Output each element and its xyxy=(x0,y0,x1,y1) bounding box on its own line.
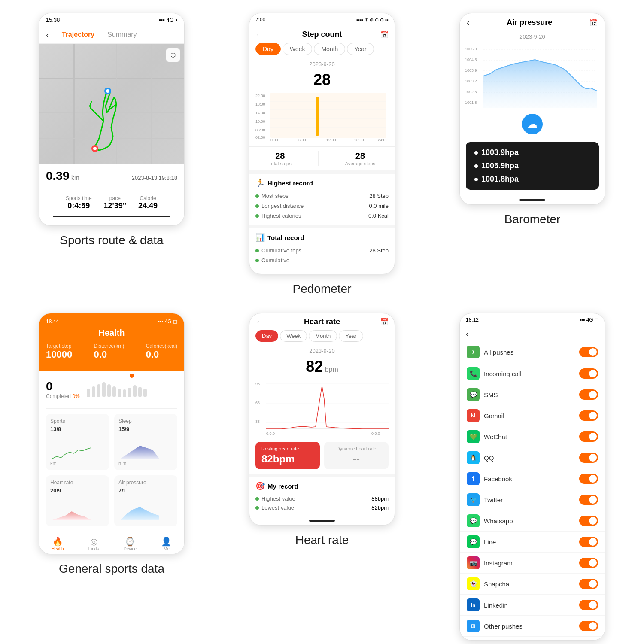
baro-dot-1 xyxy=(474,151,478,155)
dynamic-val: -- xyxy=(330,453,383,465)
msg-signal: ▪▪▪ 4G ◻ xyxy=(580,317,599,323)
qq-label: QQ xyxy=(484,454,494,462)
nav-health[interactable]: 🔥 Health xyxy=(52,536,64,551)
most-steps-row: Most steps 28 Step xyxy=(255,191,389,201)
baro-dot-3 xyxy=(474,178,478,181)
calendar-icon-baro[interactable]: 📅 xyxy=(589,18,598,27)
other-pushes-row: ⊞ Other pushes xyxy=(460,616,605,637)
progress-text: Completed 0% xyxy=(46,393,80,399)
hr-tab-year[interactable]: Year xyxy=(339,330,363,342)
hr-bpm-unit: bpm xyxy=(325,366,338,373)
pedo-date: 2023-9-20 xyxy=(249,59,395,69)
twitter-label: Twitter xyxy=(484,496,503,504)
all-pushes-toggle[interactable] xyxy=(579,347,598,357)
cumulative-steps-row: Cumulative teps 28 Step xyxy=(255,246,389,255)
linkedin-toggle[interactable] xyxy=(579,600,598,610)
svg-text:0:0:0: 0:0:0 xyxy=(371,431,380,436)
nav-device[interactable]: ⌚ Device xyxy=(124,536,137,551)
pedo-tab-week[interactable]: Week xyxy=(283,43,313,55)
back-icon[interactable]: ‹ xyxy=(46,30,49,40)
wechat-toggle[interactable] xyxy=(579,431,598,442)
highest-val: 88bpm xyxy=(371,495,389,502)
health-body: 0 Completed 0% xyxy=(39,371,184,532)
line-row: 💬 Line xyxy=(460,532,605,553)
health-header: 18.44 ▪▪▪ 4G ◻ Health Target step 10000 … xyxy=(39,313,184,371)
whatsapp-icon: 💬 xyxy=(467,514,480,527)
sports-route-label: Sports route & data xyxy=(60,234,163,247)
distance-row: 0.39 km 2023-8-13 19:8:18 xyxy=(39,164,184,185)
all-pushes-label: All pushes xyxy=(484,349,513,356)
heart-rate-card: Heart rate 20/9 xyxy=(46,475,109,526)
svg-point-7 xyxy=(93,147,97,150)
pedo-icons: ▪▪▪▪ ⊕ ⊗ ⊕ ⊕ ▪▪ xyxy=(356,17,389,23)
pedo-tab-month[interactable]: Month xyxy=(314,43,345,55)
hr-tab-week[interactable]: Week xyxy=(280,330,307,342)
phone5-frame: ‹ Air pressure 📅 2023-9-20 1005.9 1004.5… xyxy=(459,13,605,205)
lowest-val: 82bpm xyxy=(371,504,389,511)
baro-y2: 1004.5 xyxy=(465,58,477,62)
wechat-icon: 💚 xyxy=(467,430,480,443)
sms-label: SMS xyxy=(484,391,498,398)
baro-legend-2: 1005.9hpa xyxy=(474,161,590,170)
health-status-bar: 18.44 ▪▪▪ 4G ◻ xyxy=(46,319,177,325)
pace-stat: pace 12'39'' xyxy=(103,195,126,210)
resting-label: Resting heart rate xyxy=(261,446,314,451)
sms-toggle[interactable] xyxy=(579,389,598,400)
barometer-label: Barometer xyxy=(504,213,561,226)
pedo-tab-year[interactable]: Year xyxy=(347,43,374,55)
pedo-tab-day[interactable]: Day xyxy=(255,43,281,55)
incoming-call-row: 📞 Incoming call xyxy=(460,363,605,384)
whatsapp-toggle[interactable] xyxy=(579,516,598,526)
hr-tab-month[interactable]: Month xyxy=(309,330,337,342)
back-icon-pedo[interactable]: ← xyxy=(255,30,264,39)
msg-back-button[interactable]: ‹ xyxy=(460,326,605,341)
hr-date: 2023-9-20 xyxy=(249,346,395,356)
instagram-toggle[interactable] xyxy=(579,558,598,568)
share-button[interactable]: ⬡ xyxy=(166,48,180,62)
progress-bars xyxy=(87,376,147,397)
health-label: General sports data xyxy=(59,562,164,576)
route-date: 2023-8-13 19:8:18 xyxy=(132,175,177,181)
map-area: ⬡ xyxy=(39,44,184,164)
qq-toggle[interactable] xyxy=(579,453,598,463)
barometer-section: ‹ Air pressure 📅 2023-9-20 1005.9 1004.5… xyxy=(438,13,627,296)
hr-bpm: 82 bpm xyxy=(249,356,395,377)
other-pushes-label: Other pushes xyxy=(484,623,522,630)
line-toggle[interactable] xyxy=(579,537,598,547)
snapchat-toggle[interactable] xyxy=(579,579,598,589)
pedo-chart: 22:00 18:00 14:00 10:00 06:00 02:00 xyxy=(249,91,395,146)
sms-row: 💬 SMS xyxy=(460,384,605,405)
incoming-call-toggle[interactable] xyxy=(579,368,598,379)
svg-rect-4 xyxy=(151,44,152,164)
instagram-icon: 📷 xyxy=(467,556,480,569)
avg-steps-stat: 28 Average steps xyxy=(345,151,375,166)
progress-section: 0 Completed 0% xyxy=(39,371,184,408)
back-icon-hr[interactable]: ← xyxy=(255,317,264,327)
tab-trajectory[interactable]: Trajectory xyxy=(62,31,94,39)
gmail-toggle[interactable] xyxy=(579,410,598,421)
air-pressure-card-title: Air pressure xyxy=(118,480,173,486)
phone6-frame: 18.12 ▪▪▪ 4G ◻ ‹ ✈ All pushes 📞 xyxy=(459,313,605,641)
facebook-toggle[interactable] xyxy=(579,474,598,484)
tab-summary[interactable]: Summary xyxy=(107,31,137,39)
calorie-val: 24.49 xyxy=(138,201,158,210)
hr-card-resting: Resting heart rate 82bpm xyxy=(255,442,320,469)
other-toggle[interactable] xyxy=(579,621,598,631)
calendar-icon-pedo[interactable]: 📅 xyxy=(380,30,389,39)
hr-tab-day[interactable]: Day xyxy=(255,330,278,342)
twitter-toggle[interactable] xyxy=(579,495,598,505)
svg-text:66: 66 xyxy=(255,401,260,405)
svg-text:22:00: 22:00 xyxy=(255,94,265,98)
nav-me[interactable]: 👤 Me xyxy=(161,536,172,551)
back-icon-baro[interactable]: ‹ xyxy=(467,18,470,27)
health-grid: Sports 13/8 km Sleep 15/9 xyxy=(39,409,184,532)
nav-finds[interactable]: ◎ Finds xyxy=(88,536,99,551)
heart-rate-card-dates: 20/9 xyxy=(50,487,105,494)
heart-rate-chart xyxy=(50,496,105,522)
facebook-label: Facebook xyxy=(484,475,512,483)
instagram-row: 📷 Instagram xyxy=(460,553,605,574)
phone1-nav: ‹ Trajectory Summary xyxy=(39,27,184,44)
calendar-icon-hr[interactable]: 📅 xyxy=(380,318,389,326)
svg-text:12:00: 12:00 xyxy=(326,138,336,142)
svg-text:0:00: 0:00 xyxy=(270,138,278,142)
